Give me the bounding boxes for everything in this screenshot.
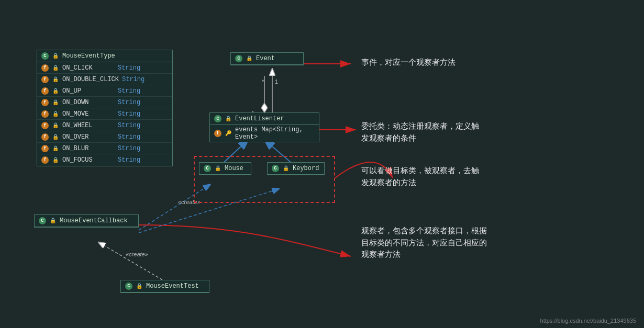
lock-icon: 🔒	[225, 115, 232, 122]
box-mouse: C 🔒 Mouse	[199, 162, 251, 175]
field-type: String	[118, 64, 140, 72]
lock-icon-small: 🔒	[52, 87, 59, 95]
box-event-listener-title: EventLisenter	[235, 115, 284, 122]
lock-icon-small: 🔒	[52, 64, 59, 72]
field-icon: f	[41, 133, 49, 141]
annotation-target: 可以看做目标类，被观察者，去触 发观察者的方法	[361, 165, 479, 188]
annotation-event: 事件，对应一个观察者方法	[361, 56, 456, 69]
class-icon: C	[235, 55, 242, 62]
class-icon: C	[272, 165, 279, 172]
svg-line-15	[105, 246, 162, 280]
diagram-area: 1 * 1 «create» «create» C 🔒 MouseEventTy…	[0, 0, 644, 328]
field-on-up: f 🔒 ON_UP String	[37, 85, 172, 97]
box-event: C 🔒 Event	[230, 52, 304, 65]
field-name: ON_DOWN	[62, 99, 115, 106]
field-type: String	[118, 99, 140, 106]
field-name: ON_BLUR	[62, 145, 115, 152]
box-mouse-title: Mouse	[225, 165, 243, 172]
field-name: ON_CLICK	[62, 64, 115, 72]
field-type: String	[118, 87, 140, 95]
field-name: ON_OVER	[62, 133, 115, 141]
field-icon: f	[41, 156, 49, 164]
field-on-down: f 🔒 ON_DOWN String	[37, 97, 172, 108]
box-event-listener-header: C 🔒 EventLisenter	[210, 113, 319, 125]
lock-icon: 🔒	[214, 165, 221, 172]
svg-line-13	[139, 188, 204, 230]
lock-icon: 🔒	[49, 217, 57, 224]
field-on-focus: f 🔒 ON_FOCUS String	[37, 154, 172, 166]
lock-icon-small: 🔒	[52, 76, 59, 83]
box-mouse-header: C 🔒 Mouse	[199, 163, 251, 175]
annotation-observer: 观察者，包含多个观察者接口，根据 目标类的不同方法，对应自己相应的 观察者方法	[361, 225, 487, 261]
field-icon: f	[41, 145, 49, 152]
field-on-over: f 🔒 ON_OVER String	[37, 131, 172, 143]
field-type: String	[122, 76, 145, 83]
box-mouse-event-test-header: C 🔒 MouseEventTest	[121, 280, 209, 292]
box-event-listener: C 🔒 EventLisenter f 🔑 events Map<String,…	[209, 112, 319, 142]
lock-icon-small: 🔒	[52, 122, 59, 129]
annotation-event-listener: 委托类：动态注册观察者，定义触 发观察者的条件	[361, 120, 479, 144]
field-icon: f	[41, 122, 49, 129]
box-mouse-event-test-title: MouseEventTest	[146, 282, 199, 290]
field-on-wheel: f 🔒 ON_WHEEL String	[37, 120, 172, 131]
field-on-click: f 🔒 ON_CLICK String	[37, 62, 172, 74]
class-icon: C	[41, 52, 49, 60]
box-mouse-event-callback: C 🔒 MouseEventCallback	[34, 214, 139, 228]
lock-icon-small: 🔒	[52, 145, 59, 152]
class-icon: C	[214, 115, 221, 122]
box-mouse-event-type-title: MouseEventType	[62, 52, 115, 60]
field-icon: f	[214, 130, 221, 137]
svg-text:1: 1	[275, 78, 278, 85]
svg-line-14	[139, 191, 272, 233]
box-event-header: C 🔒 Event	[231, 53, 303, 65]
key-icon: 🔑	[225, 130, 232, 137]
field-type: String	[118, 122, 140, 129]
lock-icon-small: 🔒	[52, 110, 59, 118]
field-icon: f	[41, 110, 49, 118]
class-icon: C	[125, 282, 132, 290]
box-keybord-header: C 🔒 Keybord	[268, 163, 324, 175]
field-name: ON_WHEEL	[62, 122, 115, 129]
svg-text:«create»: «create»	[126, 251, 148, 257]
lock-icon-small: 🔒	[52, 99, 59, 106]
box-mouse-event-type: C 🔒 MouseEventType f 🔒 ON_CLICK String f…	[37, 50, 173, 166]
field-name: ON_DOUBLE_CLICK	[62, 76, 119, 83]
field-on-double-click: f 🔒 ON_DOUBLE_CLICK String	[37, 74, 172, 85]
box-mouse-event-callback-header: C 🔒 MouseEventCallback	[35, 215, 138, 227]
box-mouse-event-test: C 🔒 MouseEventTest	[120, 280, 209, 293]
class-icon: C	[39, 217, 46, 224]
lock-icon-small: 🔒	[52, 156, 59, 164]
field-on-move: f 🔒 ON_MOVE String	[37, 108, 172, 120]
field-icon: f	[41, 87, 49, 95]
field-type: String	[118, 145, 140, 152]
svg-line-12	[272, 146, 291, 162]
box-mouse-event-callback-title: MouseEventCallback	[60, 217, 128, 224]
field-name: ON_UP	[62, 87, 115, 95]
svg-text:*: *	[262, 78, 264, 85]
box-event-title: Event	[256, 55, 275, 62]
field-name: ON_MOVE	[62, 110, 115, 118]
box-mouse-event-type-header: C 🔒 MouseEventType	[37, 50, 172, 62]
field-type: String	[118, 133, 140, 141]
field-type: String	[118, 110, 140, 118]
field-icon: f	[41, 99, 49, 106]
svg-text:«create»: «create»	[178, 199, 201, 205]
url-text: https://blog.csdn.net/baidu_21349635	[540, 318, 636, 324]
lock-icon: 🔒	[136, 282, 143, 290]
field-type: String	[118, 156, 140, 164]
class-icon: C	[204, 165, 211, 172]
field-on-blur: f 🔒 ON_BLUR String	[37, 143, 172, 154]
field-name: ON_FOCUS	[62, 156, 115, 164]
lock-icon: 🔒	[246, 55, 253, 62]
field-icon: f	[41, 76, 49, 83]
field-name: events Map<String, Event>	[235, 126, 315, 141]
svg-line-11	[224, 146, 241, 162]
box-keybord: C 🔒 Keybord	[267, 162, 325, 175]
box-keybord-title: Keybord	[293, 165, 319, 172]
lock-icon-small: 🔒	[52, 133, 59, 141]
field-icon: f	[41, 64, 49, 72]
field-events-map: f 🔑 events Map<String, Event>	[210, 125, 319, 142]
lock-icon: 🔒	[282, 165, 290, 172]
lock-icon: 🔒	[52, 52, 59, 60]
